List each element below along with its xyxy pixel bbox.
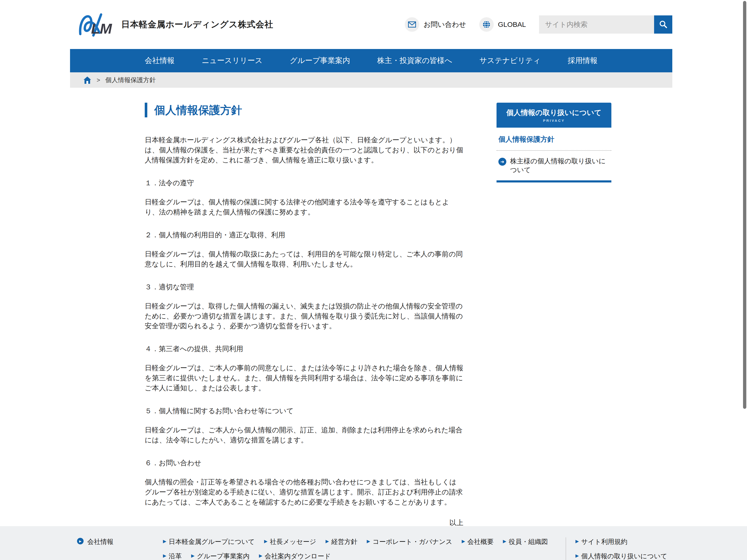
triangle-icon: ▶ [462, 538, 465, 544]
global-nav: 会社情報 ニュースリリース グループ事業案内 株主・投資家の皆様へ サステナビリ… [70, 49, 672, 72]
footer-link-label: 経営方針 [331, 537, 357, 546]
footer-link-label: 役員・組織図 [509, 537, 548, 546]
section-4-body: 日軽金グループは、ご本人の事前の同意なしに、または法令等により許された場合を除き… [145, 363, 463, 393]
breadcrumb: > 個人情報保護方針 [70, 72, 672, 88]
search-input[interactable] [539, 16, 654, 34]
sidebar-item-label: 株主様の個人情報の取り扱いについて [510, 157, 611, 174]
mail-icon [405, 17, 419, 32]
footer-link-company-brochure-download[interactable]: ▶ 会社案内ダウンロード [259, 552, 331, 560]
footer-category-label: 会社情報 [87, 537, 113, 546]
sidebar-header[interactable]: 個人情報の取り扱いについて PRIVACY [496, 103, 611, 128]
triangle-icon: ▶ [163, 538, 166, 544]
footer-link-privacy-handling[interactable]: ▶ 個人情報の取り扱いについて [575, 552, 667, 560]
intro-paragraph: 日本軽金属ホールディングス株式会社およびグループ各社（以下、日軽金グループといい… [145, 135, 463, 165]
section-2-body: 日軽金グループは、個人情報の取扱にあたっては、利用目的を可能な限り特定し、ご本人… [145, 249, 463, 269]
nav-item-recruit[interactable]: 採用情報 [568, 56, 598, 66]
triangle-icon: ▶ [191, 553, 195, 558]
company-name: 日本軽金属ホールディングス株式会社 [121, 19, 273, 30]
footer-link-label: サイト利用規約 [581, 537, 627, 546]
search-icon [659, 20, 667, 29]
page-title: 個人情報保護方針 [145, 103, 463, 117]
sidebar-item-shareholder-privacy[interactable]: ➜ 株主様の個人情報の取り扱いについて [496, 150, 611, 180]
footer-utility-links: ▶ サイト利用規約 ▶ 個人情報の取り扱いについて [566, 537, 667, 560]
section-4-heading: ４．第三者への提供、共同利用 [145, 344, 463, 354]
global-link[interactable]: GLOBAL [479, 17, 526, 32]
footer-link-label: コーポレート・ガバナンス [372, 537, 453, 546]
site-footer: ▶ 会社情報 ▶ 日本軽金属グループについて ▶ 社長メッセージ ▶ 経営方針 … [0, 526, 747, 560]
globe-icon [479, 17, 494, 32]
footer-link-label: 日本軽金属グループについて [169, 537, 255, 546]
breadcrumb-current: 個人情報保護方針 [105, 76, 156, 84]
main-content: 個人情報保護方針 日本軽金属ホールディングス株式会社およびグループ各社（以下、日… [70, 103, 672, 550]
contact-label: お問い合わせ [423, 20, 466, 29]
site-header: LM 日本軽金属ホールディングス株式会社 お問い合わせ [0, 0, 747, 49]
section-6-heading: ６．お問い合わせ [145, 458, 463, 468]
footer-link-president-message[interactable]: ▶ 社長メッセージ [264, 537, 316, 546]
logo-mark-icon: LM [77, 11, 118, 38]
home-icon[interactable] [83, 76, 92, 84]
sidebar-subtitle: PRIVACY [543, 118, 565, 123]
footer-link-company-overview[interactable]: ▶ 会社概要 [462, 537, 494, 546]
nav-item-sustainability[interactable]: サステナビリティ [480, 56, 541, 66]
section-5-heading: ５．個人情報に関するお問い合わせ等について [145, 406, 463, 416]
nav-item-company[interactable]: 会社情報 [145, 56, 175, 66]
footer-link-corporate-governance[interactable]: ▶ コーポレート・ガバナンス [367, 537, 453, 546]
triangle-icon: ▶ [264, 538, 267, 544]
section-5-body: 日軽金グループは、ご本人から個人情報の開示、訂正、追加、削除または利用停止を求め… [145, 425, 463, 445]
footer-link-label: 個人情報の取り扱いについて [581, 552, 667, 560]
footer-link-label: 会社案内ダウンロード [265, 552, 331, 560]
section-3-heading: ３．適切な管理 [145, 282, 463, 292]
scrollbar-thumb[interactable] [743, 1, 746, 409]
footer-link-management-policy[interactable]: ▶ 経営方針 [326, 537, 357, 546]
footer-links: ▶ 日本軽金属グループについて ▶ 社長メッセージ ▶ 経営方針 ▶ コーポレー… [163, 537, 566, 560]
site-search [539, 16, 672, 34]
section-6-body: 個人情報の照会・訂正等を希望される場合その他各種お問い合わせにつきましては、当社… [145, 477, 463, 507]
contact-link[interactable]: お問い合わせ [405, 17, 466, 32]
arrow-circle-icon: ➜ [498, 158, 506, 166]
triangle-icon: ▶ [575, 538, 579, 544]
sidebar-title: 個人情報の取り扱いについて [506, 108, 601, 117]
svg-text:LM: LM [91, 21, 112, 37]
global-label: GLOBAL [498, 21, 526, 28]
footer-link-label: グループ事業案内 [197, 552, 250, 560]
triangle-icon: ▶ [259, 553, 262, 558]
triangle-icon: ▶ [367, 538, 370, 544]
footer-link-history[interactable]: ▶ 沿革 [163, 552, 182, 560]
breadcrumb-separator: > [97, 77, 100, 84]
privacy-sidebar: 個人情報の取り扱いについて PRIVACY 個人情報保護方針 ➜ 株主様の個人情… [496, 103, 611, 550]
section-1-body: 日軽金グループは、個人情報の保護に関する法律その他関連する法令等を遵守することは… [145, 197, 463, 217]
footer-link-group-business-guide[interactable]: ▶ グループ事業案内 [191, 552, 250, 560]
section-3-body: 日軽金グループは、取得した個人情報の漏えい、滅失または毀損の防止その他個人情報の… [145, 301, 463, 331]
section-2-heading: ２．個人情報の利用目的・適正な取得、利用 [145, 230, 463, 240]
circle-play-icon: ▶ [77, 538, 83, 544]
section-1-heading: １．法令の遵守 [145, 178, 463, 188]
triangle-icon: ▶ [163, 553, 166, 558]
triangle-icon: ▶ [575, 553, 579, 558]
nav-item-investors[interactable]: 株主・投資家の皆様へ [377, 56, 453, 66]
footer-link-label: 沿革 [169, 552, 182, 560]
footer-link-about-group[interactable]: ▶ 日本軽金属グループについて [163, 537, 255, 546]
footer-link-label: 社長メッセージ [270, 537, 316, 546]
footer-link-officers-organization[interactable]: ▶ 役員・組織図 [503, 537, 548, 546]
nav-item-group-business[interactable]: グループ事業案内 [290, 56, 350, 66]
footer-link-label: 会社概要 [467, 537, 493, 546]
footer-link-site-terms[interactable]: ▶ サイト利用規約 [575, 537, 667, 546]
privacy-policy-article: 個人情報保護方針 日本軽金属ホールディングス株式会社およびグループ各社（以下、日… [145, 103, 463, 550]
company-logo[interactable]: LM 日本軽金属ホールディングス株式会社 [77, 11, 273, 38]
nav-item-news[interactable]: ニュースリリース [202, 56, 263, 66]
sidebar-item-privacy-policy[interactable]: 個人情報保護方針 [496, 128, 611, 150]
triangle-icon: ▶ [503, 538, 506, 544]
footer-category-company[interactable]: ▶ 会社情報 [77, 537, 163, 560]
search-button[interactable] [654, 16, 672, 34]
triangle-icon: ▶ [326, 538, 329, 544]
